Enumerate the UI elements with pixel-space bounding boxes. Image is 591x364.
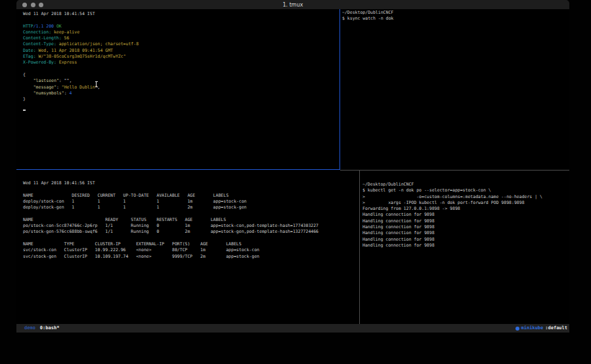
terminal-line	[23, 186, 359, 192]
terminal-line: Handling connection for 9898	[362, 243, 569, 249]
window-title: 1. tmux	[16, 2, 569, 8]
terminal-line: Content-Length: 56	[23, 35, 339, 41]
terminal-line: $ kubectl get -n dok po --selector=app=s…	[362, 188, 569, 193]
terminal-line: svc/stock-con ClusterIP 10.99.222.96 <no…	[23, 247, 359, 253]
kubernetes-icon	[515, 327, 519, 331]
tmux-window-item[interactable]: 0:bash*	[40, 324, 60, 333]
terminal-line	[23, 17, 339, 23]
terminal-line: > xargs -IPOD kubectl -n dok port-forwar…	[362, 200, 569, 206]
terminal-line: Wed 11 Apr 2018 10:41:56 IST	[23, 180, 359, 186]
terminal-line: Date: Wed, 11 Apr 2018 09:41:54 GMT	[23, 48, 339, 54]
terminal-line: ETag: W/"38-05coCsrg3mQ75sHr1d/qcMTwYZc"	[23, 54, 339, 60]
terminal-line: Handling connection for 9898	[362, 230, 569, 236]
terminal-line: HTTP/1.1 200 OK	[23, 24, 339, 30]
terminal-line	[23, 66, 339, 72]
terminal-line: po/stock-con-5cc874766c-2p6rp 1/1 Runnin…	[23, 223, 359, 229]
terminal-line: deploy/stock-gen 1 1 1 1 2m app=stock-ge…	[23, 205, 359, 211]
tmux-session-name: demo	[24, 324, 35, 333]
terminal-line: po/stock-gen-576cc688bb-swqf6 1/1 Runnin…	[23, 229, 359, 235]
terminal-line: $ ksync watch -n dok	[342, 16, 569, 22]
terminal-cursor	[23, 110, 26, 111]
terminal-line: Handling connection for 9898	[362, 218, 569, 224]
desktop-background: 1. tmux Wed 11 Apr 2018 10:41:54 ISTHTTP…	[0, 0, 591, 364]
terminal-line: NAME DESIRED CURRENT UP-TO-DATE AVAILABL…	[23, 193, 359, 199]
terminal-line: {	[23, 72, 339, 78]
terminal-line: Forwarding from 127.0.0.1:9898 -> 9898	[362, 206, 569, 212]
pane-http-response[interactable]: Wed 11 Apr 2018 10:41:54 ISTHTTP/1.1 200…	[16, 9, 339, 169]
terminal-line: X-Powered-By: Express	[23, 60, 339, 66]
terminal-line: Content-Type: application/json; charset=…	[23, 41, 339, 47]
terminal-line: "numsymbols": 4	[23, 91, 339, 96]
terminal-line: ~/Desktop/DublinCNCF	[342, 10, 569, 16]
pane-border-vertical[interactable]	[359, 171, 360, 324]
kube-context-name: minikube	[521, 324, 544, 333]
window-titlebar[interactable]: 1. tmux	[16, 0, 569, 9]
mouse-ibeam-cursor	[96, 81, 97, 87]
terminal-line: Handling connection for 9898	[362, 212, 569, 218]
pane-kubectl-resources[interactable]: Wed 11 Apr 2018 10:41:56 ISTNAME DESIRED…	[16, 170, 359, 324]
terminal-line: "message": "Hello Dublin",	[23, 85, 339, 91]
terminal-line: "lastseen": "",	[23, 78, 339, 84]
terminal-line	[23, 211, 359, 216]
active-pane-border-vertical[interactable]	[339, 9, 340, 170]
terminal-line: Handling connection for 9898	[362, 224, 569, 230]
terminal-line: Connection: keep-alive	[23, 30, 339, 35]
terminal-line: ~/Desktop/DublinCNCF	[362, 182, 569, 188]
status-bar-left: demo 0:bash*	[24, 324, 59, 333]
terminal-line: svc/stock-gen ClusterIP 10.109.197.74 <n…	[23, 254, 359, 260]
terminal-line: Wed 11 Apr 2018 10:41:54 IST	[23, 11, 339, 17]
terminal-line: deploy/stock-con 1 1 1 1 1m app=stock-co…	[23, 199, 359, 205]
pane-port-forward[interactable]: ~/Desktop/DublinCNCF$ kubectl get -n dok…	[360, 170, 569, 324]
status-bar-right: minikube :default	[515, 324, 567, 333]
terminal-line: NAME TYPE CLUSTER-IP EXTERNAL-IP PORT(S)…	[23, 241, 359, 247]
terminal-window: 1. tmux Wed 11 Apr 2018 10:41:54 ISTHTTP…	[16, 0, 569, 333]
terminal-line	[23, 235, 359, 241]
terminal-line: Handling connection for 9898	[362, 237, 569, 243]
terminal-line: NAME READY STATUS RESTARTS AGE LABELS	[23, 217, 359, 223]
pane-ksync-watch[interactable]: ~/Desktop/DublinCNCF$ ksync watch -n dok	[340, 9, 569, 169]
terminal-line: > -o=custom-columns=:metadata.name --no-…	[362, 194, 569, 200]
pane-border-horizontal[interactable]	[340, 170, 569, 171]
tmux-panes-area: Wed 11 Apr 2018 10:41:54 ISTHTTP/1.1 200…	[16, 9, 569, 324]
tmux-status-bar: demo 0:bash* minikube :default	[16, 324, 569, 333]
terminal-line: }	[23, 96, 339, 102]
active-pane-border-horizontal[interactable]	[16, 169, 340, 170]
kube-context-namespace: :default	[545, 324, 567, 333]
